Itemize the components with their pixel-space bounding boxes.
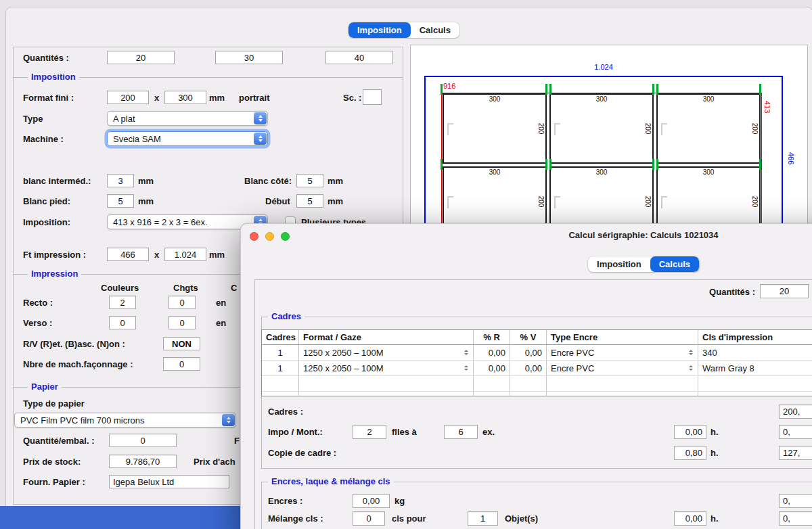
verso-couleurs-input[interactable]: 0 (109, 316, 136, 329)
stepper-icon[interactable] (464, 350, 469, 355)
tab-calculs[interactable]: Calculs (411, 22, 459, 38)
impo-ex-input[interactable]: 6 (444, 425, 478, 439)
quantity-input-3[interactable]: 40 (325, 51, 393, 64)
quantity-input-2[interactable]: 30 (215, 51, 283, 64)
chevron-up-down-icon (254, 133, 267, 145)
papier-dropdown[interactable]: PVC Film PVC film 700 microns (14, 413, 236, 428)
window-title: Calcul sérigraphie: Calculs 1021034 (241, 230, 812, 240)
times-separator: x (154, 93, 159, 103)
melange-amount-input[interactable]: 0, (779, 511, 812, 526)
verso-chgts-input[interactable]: 0 (168, 316, 196, 329)
cut-mark (656, 84, 658, 95)
type-dropdown[interactable]: A plat (107, 111, 268, 126)
registration-mark (447, 196, 453, 208)
table-row-empty[interactable] (262, 392, 812, 396)
copie-amount-input[interactable]: 127, (779, 446, 812, 460)
quantity-input-1[interactable]: 20 (107, 51, 175, 64)
cell-cls-impression: 340 (698, 345, 812, 360)
melange-cls-input[interactable]: 0 (353, 511, 385, 526)
mm-unit-label: mm (328, 196, 343, 206)
impo-hours-input[interactable]: 0,00 (674, 425, 706, 439)
prix-stock-input[interactable]: 9.786,70 (109, 455, 177, 468)
debut-label: Début (265, 196, 290, 206)
cell-cls-impression: Warm Gray 8 (698, 361, 812, 375)
cut-mark (652, 84, 654, 95)
tab-imposition[interactable]: Imposition (348, 22, 411, 38)
cut-mark (549, 84, 551, 95)
sheet-height-label: 466 (787, 152, 795, 164)
zone-width-label: 916 (443, 82, 455, 90)
cut-mark (545, 159, 547, 170)
melange-objet-input[interactable]: 1 (468, 511, 498, 526)
melange-hours-input[interactable]: 0,00 (674, 511, 706, 526)
cls-pour-label: cls pour (392, 513, 426, 524)
stepper-icon[interactable] (689, 365, 694, 371)
tab-calculs[interactable]: Calculs (650, 256, 699, 272)
imposition-row-label: Imposition: (23, 217, 70, 227)
quantites-input[interactable]: 20 (760, 284, 809, 298)
blanc-intermed-input[interactable]: 3 (107, 174, 134, 187)
impo-amount-input[interactable]: 0, (779, 425, 812, 439)
copie-hours-input[interactable]: 0,80 (674, 446, 706, 460)
table-row[interactable]: 1 1250 x 2050 – 100M 0,00 0,00 Encre PVC… (262, 345, 812, 361)
background-window-edge (0, 506, 241, 529)
format-height-input[interactable]: 300 (164, 91, 206, 104)
faconnage-input[interactable]: 0 (163, 357, 200, 371)
impression-section-legend: Impression (28, 269, 81, 279)
cell-pct-v: 0,00 (510, 345, 547, 360)
cell-pct-r: 0,00 (474, 345, 510, 360)
type-de-papier-label: Type de papier (23, 398, 85, 409)
faconnage-label: Nbre de mach.façonnage : (23, 359, 133, 369)
recto-couleurs-input[interactable]: 2 (109, 296, 136, 309)
encres-kg-input[interactable]: 0,00 (353, 494, 390, 508)
encres-legend: Encres, laque & mélange cls (268, 476, 394, 486)
papier-section-legend: Papier (28, 382, 62, 392)
table-row[interactable]: 1 1250 x 2050 – 100M 0,00 0,00 Encre PVC… (262, 361, 812, 376)
calculs-window: Calcul sérigraphie: Calculs 1021034 Impo… (240, 223, 812, 529)
encres-amount-input[interactable]: 0, (779, 494, 812, 508)
stepper-icon[interactable] (689, 350, 694, 355)
quantite-embal-input[interactable]: 0 (109, 434, 177, 447)
recto-chgts-input[interactable]: 0 (168, 296, 196, 309)
mm-unit-label: mm (138, 196, 154, 206)
format-width-input[interactable]: 200 (107, 91, 149, 104)
imposition-cell: 300 200 (656, 93, 761, 164)
cell-format-gaze: 1250 x 2050 – 100M (299, 345, 474, 360)
ft-width-input[interactable]: 466 (107, 248, 149, 261)
col-header-pct-v: % V (510, 330, 547, 344)
table-row-empty[interactable] (262, 376, 812, 392)
times-separator: x (154, 250, 159, 260)
sheet-width-label: 1.024 (424, 63, 783, 71)
cut-mark (441, 84, 443, 95)
encres-label: Encres : (268, 496, 302, 506)
rv-toggle[interactable]: NON (163, 337, 200, 350)
blanc-cote-input[interactable]: 5 (296, 174, 323, 187)
machine-dropdown[interactable]: Svecia SAM (107, 131, 268, 146)
fourn-papier-input[interactable]: Igepa Belux Ltd (109, 475, 229, 488)
flles-a-label: flles à (392, 427, 417, 437)
sc-input[interactable] (363, 89, 382, 105)
imposition-cell: 300 200 (443, 93, 547, 164)
tab-imposition[interactable]: Imposition (588, 256, 650, 272)
verso-label: Verso : (23, 318, 52, 328)
cell-width-label: 300 (551, 95, 652, 103)
quantite-embal-label: Quantité/embal. : (23, 436, 94, 446)
mm-unit-label: mm (138, 176, 154, 186)
cut-mark (652, 159, 654, 170)
mm-unit-label: mm (328, 176, 343, 186)
ft-height-input[interactable]: 1.024 (164, 248, 206, 261)
couleurs-column-header: Couleurs (101, 283, 139, 293)
cell-width-label: 300 (658, 168, 759, 176)
debut-input[interactable]: 5 (296, 194, 323, 208)
imposition-section-legend: Imposition (28, 72, 79, 82)
registration-mark (554, 123, 560, 135)
cadres-amount-input[interactable]: 200, (779, 405, 812, 419)
stepper-icon[interactable] (464, 365, 469, 371)
imposition-cell: 300 200 (549, 93, 654, 164)
impo-sheets-input[interactable]: 2 (353, 425, 386, 439)
blanc-cote-label: Blanc côté: (244, 176, 292, 186)
blanc-pied-input[interactable]: 5 (107, 194, 134, 208)
screen: Imposition Calculs Quantités : 20 30 40 … (0, 0, 812, 529)
qte-right-label: F (234, 436, 240, 446)
fourn-papier-label: Fourn. Papier : (23, 477, 85, 487)
